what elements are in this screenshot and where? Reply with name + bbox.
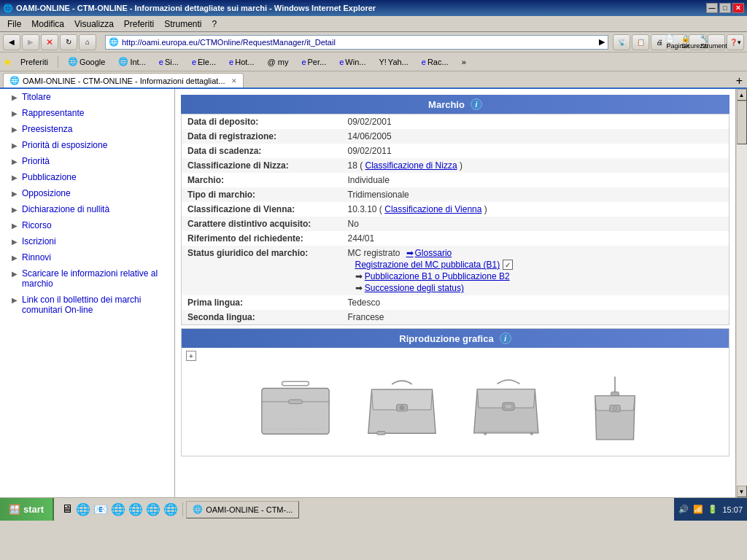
address-bar: 🌐 ▶ — [105, 35, 608, 50]
maximize-button[interactable]: □ — [719, 3, 731, 13]
sidebar-item-link[interactable]: ▶ Link con il bollettino dei marchi comu… — [0, 292, 174, 318]
field-value: 10.3.10 ( Classificazione di Vienna ) — [342, 202, 729, 217]
menu-help[interactable]: ? — [208, 18, 222, 31]
minimize-button[interactable]: — — [706, 3, 718, 13]
fav-per[interactable]: e Per... — [296, 55, 331, 69]
svg-point-6 — [400, 405, 404, 410]
scrollbar-vertical[interactable]: ▲ ▼ — [735, 89, 747, 497]
quicklaunch-7[interactable]: 🌐 — [163, 502, 178, 516]
status-item-link-3[interactable]: Successione degli status) — [365, 283, 464, 293]
field-value: 09/02/2011 — [342, 144, 729, 158]
favorites-item-preferiti[interactable]: Preferiti — [15, 55, 53, 69]
menu-preferiti[interactable]: Preferiti — [120, 18, 158, 31]
quicklaunch-5[interactable]: 🌐 — [128, 502, 143, 516]
sidebar-item-iscrizioni[interactable]: ▶ Iscrizioni — [0, 233, 174, 249]
sidebar: ▶ Titolare ▶ Rappresentante ▶ Preesisten… — [0, 89, 175, 497]
sidebar-item-priorita[interactable]: ▶ Priorità — [0, 153, 174, 169]
field-value: 14/06/2005 — [342, 129, 729, 144]
sidebar-item-priorita-esposizione[interactable]: ▶ Priorità di esposizione — [0, 137, 174, 153]
menu-modifica[interactable]: Modifica — [27, 18, 69, 31]
fav-yah[interactable]: Y! Yah... — [374, 55, 413, 69]
si-icon: e — [159, 58, 163, 66]
hot-icon: e — [229, 58, 233, 66]
fav-my[interactable]: @ my — [263, 55, 294, 69]
menu-file[interactable]: File — [3, 18, 26, 31]
menu-visualizza[interactable]: Visualizza — [70, 18, 118, 31]
stop-button[interactable]: ✕ — [41, 34, 58, 50]
print-button[interactable]: 🖨 — [651, 34, 668, 50]
arrow-icon-b1: ➡ — [355, 271, 363, 281]
table-row: Carattere distintivo acquisito: No — [182, 217, 729, 231]
sidebar-item-dichiarazione[interactable]: ▶ Dichiarazione di nullità — [0, 201, 174, 217]
svg-rect-1 — [262, 388, 329, 434]
help-button[interactable]: ❓▾ — [727, 34, 744, 50]
glossary-link[interactable]: ➡ Glossario — [406, 248, 452, 258]
quicklaunch-1[interactable]: 🖥 — [61, 502, 73, 516]
vienna-link[interactable]: Classificazione di Vienna — [384, 204, 481, 214]
scroll-down-button[interactable]: ▼ — [737, 486, 747, 497]
table-row: Data di scadenza: 09/02/2011 — [182, 144, 729, 158]
feed-button[interactable]: 📡 — [613, 34, 630, 50]
svg-rect-9 — [505, 405, 511, 408]
nizza-link[interactable]: Classificazione di Nizza — [365, 160, 457, 171]
svg-point-11 — [484, 432, 487, 435]
quicklaunch-2[interactable]: 🌐 — [76, 502, 90, 516]
sidebar-item-ricorso[interactable]: ▶ Ricorso — [0, 217, 174, 233]
svg-rect-7 — [377, 432, 385, 435]
arrow-icon: ▶ — [12, 190, 19, 198]
status-item-link-2[interactable]: Pubblicazione B1 o Pubblicazione B2 — [365, 271, 510, 281]
table-row: Tipo di marchio: Tridimensionale — [182, 187, 729, 202]
scroll-up-button[interactable]: ▲ — [737, 89, 747, 101]
address-input[interactable] — [122, 38, 596, 47]
history-button[interactable]: 📋 — [632, 34, 649, 50]
riproduzione-info-icon[interactable]: i — [500, 332, 511, 344]
fav-hot[interactable]: e Hot... — [224, 55, 259, 69]
close-button[interactable]: ✕ — [732, 3, 744, 13]
fav-rac[interactable]: e Rac... — [417, 55, 454, 69]
new-tab-icon[interactable]: + — [736, 74, 743, 88]
refresh-button[interactable]: ↻ — [60, 34, 77, 50]
main-content: Marchio i Data di deposito: 09/02/2001 D… — [175, 89, 735, 497]
bag-svg-2 — [358, 373, 446, 446]
sidebar-item-rinnovi[interactable]: ▶ Rinnovi — [0, 249, 174, 265]
forward-button[interactable]: ▶ — [22, 34, 39, 50]
tab-close-icon[interactable]: ✕ — [231, 77, 237, 85]
quicklaunch-4[interactable]: 🌐 — [111, 502, 125, 516]
status-item-link-1[interactable]: Registrazione del MC pubblicata (B1) — [355, 260, 500, 270]
arrow-icon: ▶ — [12, 125, 19, 133]
arrow-icon: ▶ — [12, 93, 19, 101]
menu-strumenti[interactable]: Strumenti — [160, 18, 206, 31]
sidebar-item-preesistenza[interactable]: ▶ Preesistenza — [0, 121, 174, 137]
sidebar-item-pubblicazione[interactable]: ▶ Pubblicazione — [0, 169, 174, 185]
tab-main[interactable]: 🌐 OAMI-ONLINE - CTM-ONLINE - Informazion… — [3, 73, 244, 88]
home-button[interactable]: ⌂ — [79, 34, 96, 50]
taskbar-items: 🖥 🌐 📧 🌐 🌐 🌐 🌐 🌐 OAMI-ONLINE - CTM-... — [54, 501, 674, 518]
arrow-icon: ▶ — [12, 222, 19, 230]
start-button[interactable]: 🪟 start — [0, 498, 54, 521]
quicklaunch-3[interactable]: 📧 — [93, 502, 108, 516]
address-go-icon[interactable]: ▶ — [599, 37, 605, 47]
fav-si[interactable]: e Si... — [154, 55, 184, 69]
sidebar-item-titolare[interactable]: ▶ Titolare — [0, 89, 174, 105]
table-row: Riferimento del richiedente: 244/01 — [182, 231, 729, 246]
fav-win[interactable]: e Win... — [334, 55, 371, 69]
fav-google[interactable]: 🌐 Google — [63, 55, 110, 69]
expand-button[interactable]: + — [186, 351, 196, 361]
sidebar-item-scaricare[interactable]: ▶ Scaricare le informazioni relative al … — [0, 265, 174, 292]
taskbar-active-item[interactable]: 🌐 OAMI-ONLINE - CTM-... — [186, 501, 299, 518]
back-button[interactable]: ◀ — [3, 34, 20, 50]
marchio-info-icon[interactable]: i — [471, 98, 482, 110]
fav-int[interactable]: 🌐 Int... — [113, 55, 150, 69]
scroll-thumb[interactable] — [737, 101, 747, 144]
fav-ele[interactable]: e Ele... — [187, 55, 221, 69]
sidebar-item-rappresentante[interactable]: ▶ Rappresentante — [0, 105, 174, 121]
field-label: Status giuridico del marchio: — [182, 246, 342, 295]
per-icon: e — [301, 58, 306, 66]
arrow-icon: ▶ — [12, 141, 19, 149]
quicklaunch-6[interactable]: 🌐 — [146, 502, 160, 516]
field-value: No — [342, 217, 729, 231]
fav-more[interactable]: » — [457, 55, 471, 69]
arrow-icon: ▶ — [12, 158, 19, 166]
sidebar-item-opposizione[interactable]: ▶ Opposizione — [0, 185, 174, 201]
tools-button[interactable]: 🔧 Strumenti▾ — [708, 34, 725, 50]
